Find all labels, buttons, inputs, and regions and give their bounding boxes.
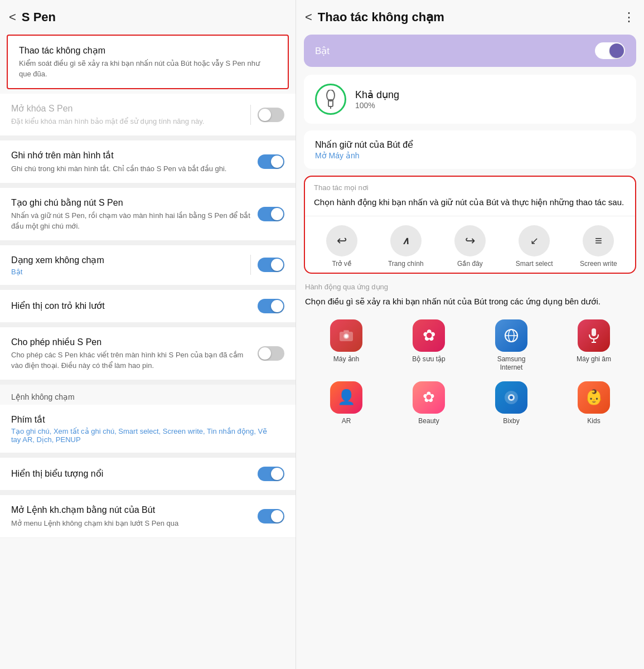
- app-label-bo-suu-tap: Bộ sưu tập: [412, 355, 445, 364]
- setting-title-thao-tac: Thao tác không chạm: [19, 45, 270, 57]
- separator-6: [0, 380, 296, 385]
- setting-item-tao-ghi[interactable]: Tạo ghi chú bằng nút S Pen Nhấn và giữ n…: [0, 188, 296, 241]
- app-item-may-anh[interactable]: Máy ảnh: [324, 319, 369, 372]
- setting-item-phim-tat[interactable]: Phím tắt Tạo ghi chú, Xem tất cả ghi chú…: [0, 405, 296, 453]
- toggle-hien-thi-con-tro[interactable]: [258, 299, 284, 313]
- nhan-giu-title: Nhấn giữ nút của Bút để: [315, 139, 625, 150]
- left-header-title: S Pen: [22, 10, 56, 25]
- setting-item-mo-khoa: Mở khóa S Pen Đặt kiểu khóa màn hình bảo…: [0, 94, 296, 137]
- setting-desc-mo-lenh: Mở menu Lệnh không chạm khi bạn lướt S P…: [11, 518, 251, 529]
- app-label-may-anh: Máy ảnh: [333, 355, 359, 364]
- setting-item-thao-tac[interactable]: Thao tác không chạm Kiểm soát điều gì sẽ…: [7, 35, 289, 89]
- setting-title-hien-thi-bieu-tuong: Hiển thị biểu tượng nổi: [11, 468, 251, 480]
- toggle-dang-xem[interactable]: [258, 258, 284, 272]
- setting-link-phim-tat: Tạo ghi chú, Xem tất cả ghi chú, Smart s…: [11, 427, 278, 444]
- gesture-icon-screen-write: ≡: [583, 225, 614, 256]
- gesture-item-back[interactable]: ↩ Trở về: [319, 225, 364, 269]
- nhan-giu-row[interactable]: Nhấn giữ nút của Bút để Mở Máy ảnh: [304, 130, 636, 169]
- right-back-button[interactable]: <: [305, 10, 312, 25]
- setting-item-cho-phep[interactable]: Cho phép nhiều S Pen Cho phép các S Pen …: [0, 327, 296, 380]
- setting-title-cho-phep: Cho phép nhiều S Pen: [11, 336, 251, 348]
- app-label-may-ghi-am: Máy ghi âm: [577, 355, 611, 364]
- setting-title-hien-thi-con-tro: Hiển thị con trỏ khi lướt: [11, 300, 251, 312]
- setting-title-mo-khoa: Mở khóa S Pen: [11, 103, 244, 115]
- toggle-ghi-nho[interactable]: [258, 154, 284, 169]
- app-grid-row2: 👤 AR ✿ Beauty Bixby 👶 Kids: [296, 381, 644, 435]
- bat-row[interactable]: Bật: [304, 35, 636, 67]
- setting-item-mo-lenh[interactable]: Mở Lệnh kh.chạm bằng nút của Bút Mở menu…: [0, 495, 296, 538]
- gesture-item-recent[interactable]: ↪ Gần đây: [448, 225, 492, 269]
- bat-label: Bật: [315, 45, 330, 57]
- app-icon-samsung-internet: [495, 319, 527, 352]
- svg-rect-10: [592, 328, 596, 336]
- gesture-item-smart-select[interactable]: ↙ Smart select: [512, 225, 556, 269]
- app-item-ar[interactable]: 👤 AR: [324, 381, 369, 426]
- separator-8: [0, 491, 296, 495]
- setting-title-dang-xem: Dạng xem không chạm: [11, 254, 244, 266]
- app-icon-bixby: [495, 381, 527, 414]
- setting-title-tao-ghi: Tạo ghi chú bằng nút S Pen: [11, 197, 251, 209]
- setting-item-ghi-nho[interactable]: Ghi nhớ trên màn hình tắt Ghi chú trong …: [0, 140, 296, 183]
- separator-4: [0, 285, 296, 290]
- app-label-samsung-internet: Samsung Internet: [489, 355, 534, 372]
- toggle-cho-phep[interactable]: [258, 346, 284, 361]
- app-icon-may-anh: [330, 319, 362, 352]
- item-divider-dang-xem: [250, 255, 251, 275]
- gesture-icon-smart-select: ↙: [519, 225, 550, 256]
- svg-point-6: [345, 334, 348, 338]
- setting-text-tao-ghi: Tạo ghi chú bằng nút S Pen Nhấn và giữ n…: [11, 197, 258, 231]
- hanh-dong-section-label: Hành động qua ứng dụng: [296, 277, 644, 293]
- setting-text-cho-phep: Cho phép nhiều S Pen Cho phép các S Pen …: [11, 336, 258, 371]
- app-label-beauty: Beauty: [418, 417, 439, 426]
- left-header: < S Pen: [0, 0, 296, 30]
- app-item-may-ghi-am[interactable]: Máy ghi âm: [572, 319, 616, 372]
- left-back-button[interactable]: <: [9, 10, 16, 25]
- gesture-label-smart-select: Smart select: [516, 260, 553, 269]
- app-item-kids[interactable]: 👶 Kids: [572, 381, 616, 426]
- thao-tac-desc: Chọn hành động khi bạn nhấn và giữ nút c…: [305, 194, 635, 216]
- toggle-mo-lenh[interactable]: [258, 509, 284, 523]
- nhan-giu-link[interactable]: Mở Máy ảnh: [315, 151, 625, 160]
- app-label-kids: Kids: [587, 417, 600, 426]
- setting-text-mo-khoa: Mở khóa S Pen Đặt kiểu khóa màn hình bảo…: [11, 103, 250, 127]
- item-divider-mo-khoa: [250, 105, 251, 125]
- setting-desc-cho-phep: Cho phép các S Pen khác viết trên màn hì…: [11, 350, 251, 370]
- app-item-bixby[interactable]: Bixby: [489, 381, 534, 426]
- setting-desc-mo-khoa: Đặt kiểu khóa màn hình bảo mật để sử dụn…: [11, 117, 244, 127]
- setting-item-dang-xem[interactable]: Dạng xem không chạm Bật: [0, 245, 296, 285]
- gesture-label-back: Trở về: [332, 260, 351, 269]
- setting-item-hien-thi-bieu-tuong[interactable]: Hiển thị biểu tượng nổi: [0, 458, 296, 491]
- app-icon-may-ghi-am: [578, 319, 610, 352]
- setting-link-dang-xem: Bật: [11, 268, 244, 276]
- app-item-samsung-internet[interactable]: Samsung Internet: [489, 319, 534, 372]
- right-header: < Thao tác không chạm ⋮: [296, 0, 644, 30]
- right-header-title: Thao tác không chạm: [318, 10, 444, 25]
- gesture-label-screen-write: Screen write: [580, 260, 617, 269]
- setting-item-hien-thi-con-tro[interactable]: Hiển thị con trỏ khi lướt: [0, 290, 296, 323]
- right-more-button[interactable]: ⋮: [623, 10, 635, 25]
- bat-toggle[interactable]: [595, 42, 625, 59]
- left-panel: < S Pen Thao tác không chạm Kiểm soát đi…: [0, 0, 296, 669]
- setting-desc-thao-tac: Kiểm soát điều gì sẽ xảy ra khi bạn nhấn…: [19, 59, 270, 79]
- separator-1: [0, 136, 296, 140]
- hanh-dong-desc: Chọn điều gì sẽ xảy ra khi bạn nhấn nút …: [296, 293, 644, 315]
- app-item-bo-suu-tap[interactable]: ✿ Bộ sưu tập: [406, 319, 451, 372]
- setting-text-mo-lenh: Mở Lệnh kh.chạm bằng nút của Bút Mở menu…: [11, 504, 258, 529]
- setting-title-mo-lenh: Mở Lệnh kh.chạm bằng nút của Bút: [11, 504, 251, 516]
- kha-dung-icon: [315, 84, 346, 115]
- toggle-mo-khoa: [258, 108, 284, 122]
- gesture-label-recent: Gần đây: [457, 260, 483, 269]
- app-label-ar: AR: [342, 417, 351, 426]
- toggle-tao-ghi[interactable]: [258, 207, 284, 221]
- toggle-hien-thi-bieu-tuong[interactable]: [258, 467, 284, 481]
- setting-text-phim-tat: Phím tắt Tạo ghi chú, Xem tất cả ghi chú…: [11, 414, 284, 444]
- gesture-label-home: Trang chính: [388, 260, 424, 269]
- app-item-beauty[interactable]: ✿ Beauty: [406, 381, 451, 426]
- kha-dung-text: Khả dụng 100%: [355, 89, 399, 110]
- gesture-item-screen-write[interactable]: ≡ Screen write: [576, 225, 621, 269]
- gesture-icon-home: ∧: [390, 225, 422, 256]
- app-icon-kids: 👶: [578, 381, 610, 414]
- kha-dung-row: Khả dụng 100%: [304, 75, 636, 124]
- separator-7: [0, 453, 296, 458]
- gesture-item-home[interactable]: ∧ Trang chính: [384, 225, 428, 269]
